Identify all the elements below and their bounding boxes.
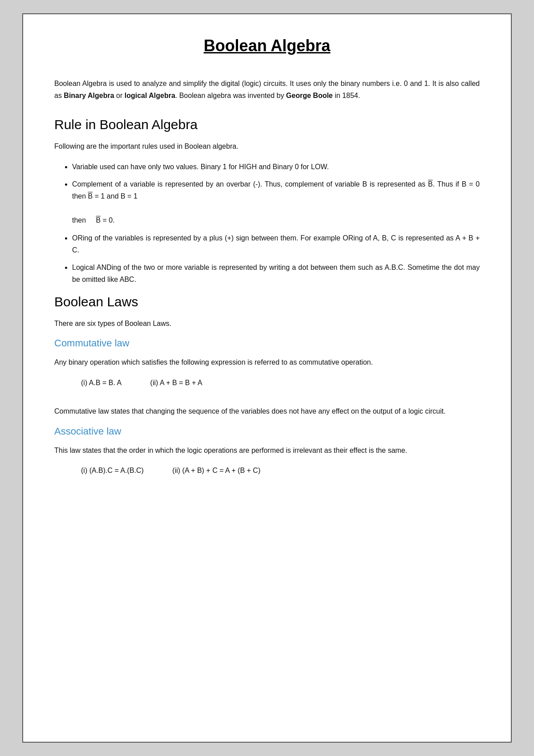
section2-intro: There are six types of Boolean Laws. [54, 317, 480, 329]
commutative-intro: Any binary operation which satisfies the… [54, 356, 480, 368]
main-page: Boolean Algebra Boolean Algebra is used … [22, 13, 512, 743]
associative-formula-1: (i) (A.B).C = A.(B.C) [81, 464, 144, 477]
overbar-b-2: B [88, 192, 93, 200]
section1-intro: Following are the important rules used i… [54, 140, 480, 152]
associative-formulas: (i) (A.B).C = A.(B.C) (ii) (A + B) + C =… [81, 464, 480, 477]
overbar-b: B [428, 180, 433, 188]
associative-formula-2: (ii) (A + B) + C = A + (B + C) [172, 464, 260, 477]
commutative-conclusion: Commutative law states that changing the… [54, 405, 480, 417]
commutative-formula-1: (i) A.B = B. A [81, 377, 121, 390]
intro-paragraph: Boolean Algebra is used to analyze and s… [54, 77, 480, 102]
associative-intro: This law states that the order in which … [54, 444, 480, 456]
bold-george-boole: George Boole [286, 92, 333, 99]
commutative-heading: Commutative law [54, 337, 480, 349]
page-title: Boolean Algebra [54, 37, 480, 55]
rules-list: Variable used can have only two values. … [72, 161, 480, 286]
section2-heading: Boolean Laws [54, 294, 480, 309]
commutative-formula-2: (ii) A + B = B + A [150, 377, 202, 390]
bold-binary-algebra: Binary Algebra [64, 92, 114, 99]
commutative-formulas: (i) A.B = B. A (ii) A + B = B + A [81, 377, 480, 390]
rule-item-4: Logical ANDing of the two or more variab… [72, 261, 480, 285]
overbar-b-3: B [96, 216, 101, 224]
bold-logical-algebra: logical Algebra [125, 92, 175, 99]
section1-heading: Rule in Boolean Algebra [54, 117, 480, 132]
rule-item-3: ORing of the variables is represented by… [72, 232, 480, 256]
rule-item-1: Variable used can have only two values. … [72, 161, 480, 173]
associative-heading: Associative law [54, 426, 480, 437]
rule-item-2: Complement of a variable is represented … [72, 178, 480, 227]
